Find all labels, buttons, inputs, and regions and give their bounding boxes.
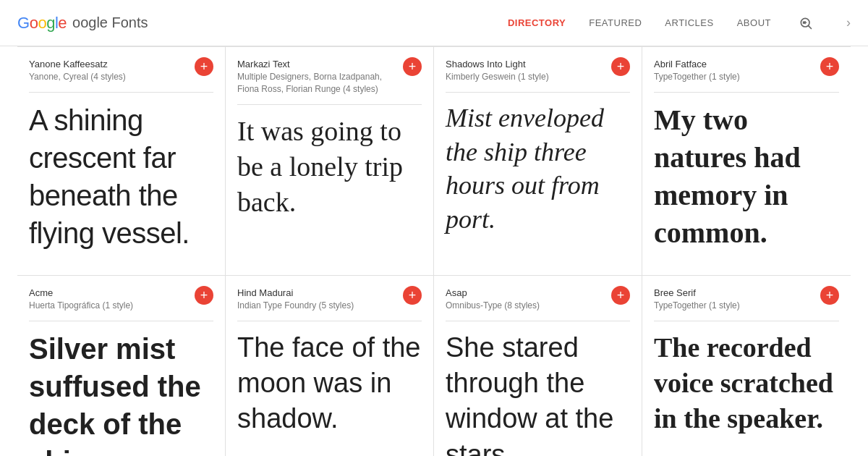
font-card: Hind Madurai Indian Type Foundry (5 styl…: [226, 276, 434, 456]
font-card-header: Asap Omnibus-Type (8 styles) +: [446, 287, 630, 321]
font-card: Markazi Text Multiple Designers, Borna I…: [226, 47, 434, 276]
nav: DIRECTORY FEATURED ARTICLES ABOUT ›: [508, 12, 851, 35]
font-preview-text: Mist enveloped the ship three hours out …: [446, 101, 630, 237]
nav-about[interactable]: ABOUT: [737, 17, 771, 28]
font-name: Asap: [446, 287, 605, 298]
font-preview-text: A shining crescent far beneath the flyin…: [29, 101, 213, 252]
add-font-button[interactable]: +: [611, 57, 630, 76]
search-icon[interactable]: [794, 12, 817, 35]
font-name: Markazi Text: [237, 59, 397, 69]
font-card: Acme Huerta Tipográfica (1 style) + Silv…: [17, 276, 226, 456]
font-meta: Huerta Tipográfica (1 style): [29, 300, 189, 312]
font-card-header: Shadows Into Light Kimberly Geswein (1 s…: [446, 59, 630, 93]
font-meta: TypeTogether (1 style): [654, 71, 814, 83]
plus-icon: +: [617, 289, 625, 302]
svg-line-1: [809, 25, 812, 28]
font-meta: Omnibus-Type (8 styles): [446, 300, 605, 312]
font-card-header: Acme Huerta Tipográfica (1 style) +: [29, 287, 213, 321]
font-grid: Yanone Kaffeesatz Yanone, Cyreal (4 styl…: [0, 47, 868, 456]
font-info: Bree Serif TypeTogether (1 style): [654, 287, 814, 312]
plus-icon: +: [409, 60, 417, 73]
font-info: Asap Omnibus-Type (8 styles): [446, 287, 605, 312]
font-preview-text: My two natures had memory in common.: [654, 101, 839, 252]
plus-icon: +: [409, 289, 417, 302]
font-meta: TypeTogether (1 style): [654, 300, 814, 312]
font-meta: Multiple Designers, Borna Izadpanah, Fio…: [237, 71, 397, 96]
font-card-header: Markazi Text Multiple Designers, Borna I…: [237, 59, 422, 105]
plus-icon: +: [200, 289, 208, 302]
nav-directory[interactable]: DIRECTORY: [508, 17, 566, 28]
font-card: Bree Serif TypeTogether (1 style) + The …: [642, 276, 851, 456]
add-font-button[interactable]: +: [403, 286, 422, 305]
chevron-right-icon[interactable]: ›: [846, 15, 851, 30]
font-card: Abril Fatface TypeTogether (1 style) + M…: [642, 47, 851, 276]
font-card-header: Yanone Kaffeesatz Yanone, Cyreal (4 styl…: [29, 59, 213, 93]
font-info: Abril Fatface TypeTogether (1 style): [654, 59, 814, 83]
font-preview-text: It was going to be a lonely trip back.: [237, 114, 422, 221]
add-font-button[interactable]: +: [195, 57, 213, 76]
font-meta: Indian Type Foundry (5 styles): [237, 300, 397, 312]
font-info: Yanone Kaffeesatz Yanone, Cyreal (4 styl…: [29, 59, 189, 83]
font-card: Asap Omnibus-Type (8 styles) + She stare…: [434, 276, 642, 456]
add-font-button[interactable]: +: [820, 286, 839, 305]
font-name: Shadows Into Light: [446, 59, 605, 69]
nav-articles[interactable]: ARTICLES: [665, 17, 713, 28]
nav-featured[interactable]: FEATURED: [589, 17, 642, 28]
font-meta: Kimberly Geswein (1 style): [446, 71, 605, 83]
font-card-header: Hind Madurai Indian Type Foundry (5 styl…: [237, 287, 422, 321]
font-card: Shadows Into Light Kimberly Geswein (1 s…: [434, 47, 642, 276]
font-name: Abril Fatface: [654, 59, 814, 69]
add-font-button[interactable]: +: [403, 57, 422, 76]
font-info: Hind Madurai Indian Type Foundry (5 styl…: [237, 287, 397, 312]
logo: Google oogle Fonts: [17, 14, 148, 33]
font-card: Yanone Kaffeesatz Yanone, Cyreal (4 styl…: [17, 47, 226, 276]
font-preview-text: She stared through the window at the sta…: [446, 330, 630, 456]
plus-icon: +: [826, 289, 834, 302]
font-name: Hind Madurai: [237, 287, 397, 298]
font-card-header: Bree Serif TypeTogether (1 style) +: [654, 287, 839, 321]
logo-text: oogle Fonts: [72, 14, 148, 31]
font-preview-text: The face of the moon was in shadow.: [237, 330, 422, 437]
google-g-icon: Google: [17, 14, 67, 33]
add-font-button[interactable]: +: [820, 57, 839, 76]
font-name: Yanone Kaffeesatz: [29, 59, 189, 69]
font-info: Markazi Text Multiple Designers, Borna I…: [237, 59, 397, 96]
plus-icon: +: [826, 60, 834, 73]
font-name: Bree Serif: [654, 287, 814, 298]
font-meta: Yanone, Cyreal (4 styles): [29, 71, 189, 83]
font-card-header: Abril Fatface TypeTogether (1 style) +: [654, 59, 839, 93]
font-preview-text: The recorded voice scratched in the spea…: [654, 330, 839, 437]
font-name: Acme: [29, 287, 189, 298]
add-font-button[interactable]: +: [195, 286, 213, 305]
font-info: Shadows Into Light Kimberly Geswein (1 s…: [446, 59, 605, 83]
font-preview-text: Silver mist suffused the deck of the shi…: [29, 330, 213, 456]
font-info: Acme Huerta Tipográfica (1 style): [29, 287, 189, 312]
add-font-button[interactable]: +: [611, 286, 630, 305]
plus-icon: +: [617, 60, 625, 73]
header: Google oogle Fonts DIRECTORY FEATURED AR…: [0, 0, 868, 46]
plus-icon: +: [200, 60, 208, 73]
